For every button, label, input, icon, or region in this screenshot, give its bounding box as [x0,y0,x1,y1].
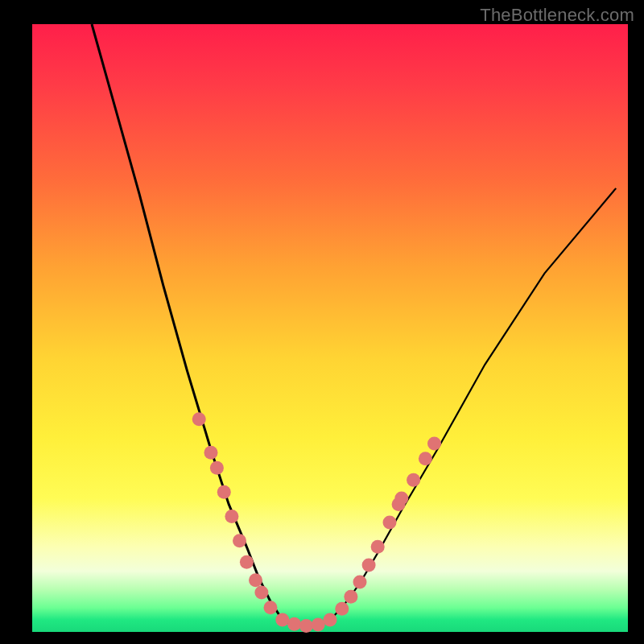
marker-dot [217,485,231,499]
marker-dot [225,510,238,523]
marker-dot [312,617,325,631]
marker-dot [335,602,349,616]
marker-dot [264,601,278,614]
marker-dot [383,516,397,530]
marker-dot [210,461,224,475]
marker-dot [233,534,246,547]
marker-dot [275,613,289,626]
marker-dot [299,619,313,633]
marker-dot [419,452,432,465]
curve-layer [32,24,628,632]
marker-dot [254,585,268,599]
marker-dot [240,555,254,569]
marker-dot [204,446,218,460]
chart-frame: TheBottleneck.com [0,0,644,644]
marker-dot [407,473,420,487]
marker-dot [371,540,385,554]
watermark-text: TheBottleneck.com [480,5,634,26]
marker-dots [192,412,441,633]
curve-left-arm [92,24,295,625]
marker-dot [344,590,357,604]
marker-dot [394,491,408,505]
marker-dot [427,436,441,450]
marker-dot [362,558,376,572]
plot-area [32,24,628,632]
marker-dot [287,617,301,631]
marker-dot [324,613,337,626]
curve-right-arm [295,188,617,626]
marker-dot [192,412,206,426]
marker-dot [353,576,367,589]
marker-dot [249,573,262,587]
